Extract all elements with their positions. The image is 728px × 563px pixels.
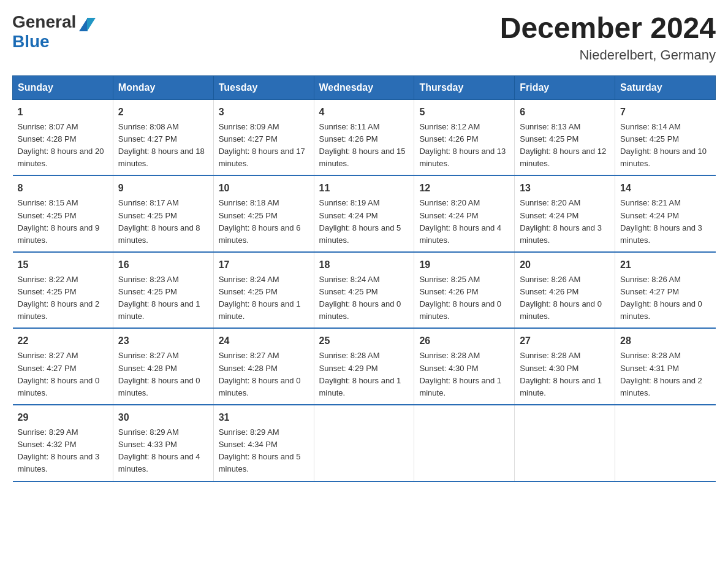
day-number: 30: [118, 410, 208, 425]
calendar-cell: 30 Sunrise: 8:29 AMSunset: 4:33 PMDaylig…: [113, 405, 213, 481]
day-number: 24: [219, 334, 309, 348]
calendar-cell: [515, 405, 615, 481]
calendar-cell: 4 Sunrise: 8:11 AMSunset: 4:26 PMDayligh…: [314, 99, 414, 175]
calendar-week-row: 15 Sunrise: 8:22 AMSunset: 4:25 PMDaylig…: [13, 252, 716, 329]
calendar-cell: 24 Sunrise: 8:27 AMSunset: 4:28 PMDaylig…: [213, 328, 314, 405]
page-title: December 2024: [500, 12, 716, 45]
calendar-header: SundayMondayTuesdayWednesdayThursdayFrid…: [13, 75, 716, 99]
calendar-week-row: 8 Sunrise: 8:15 AMSunset: 4:25 PMDayligh…: [13, 175, 716, 252]
weekday-header: Saturday: [615, 75, 716, 99]
day-info: Sunrise: 8:20 AMSunset: 4:24 PMDaylight:…: [520, 198, 602, 244]
weekday-header: Wednesday: [314, 75, 414, 99]
calendar-cell: 29 Sunrise: 8:29 AMSunset: 4:32 PMDaylig…: [13, 405, 113, 481]
calendar-week-row: 22 Sunrise: 8:27 AMSunset: 4:27 PMDaylig…: [13, 328, 716, 405]
day-number: 10: [219, 181, 309, 196]
calendar-cell: 5 Sunrise: 8:12 AMSunset: 4:26 PMDayligh…: [414, 99, 515, 175]
day-info: Sunrise: 8:23 AMSunset: 4:25 PMDaylight:…: [118, 275, 200, 321]
day-number: 26: [419, 334, 509, 348]
calendar-cell: 2 Sunrise: 8:08 AMSunset: 4:27 PMDayligh…: [113, 99, 213, 175]
weekday-header: Thursday: [414, 75, 515, 99]
calendar-cell: 9 Sunrise: 8:17 AMSunset: 4:25 PMDayligh…: [113, 175, 213, 252]
logo-triangle-right: [79, 18, 88, 31]
calendar-cell: 6 Sunrise: 8:13 AMSunset: 4:25 PMDayligh…: [515, 99, 615, 175]
calendar-cell: 3 Sunrise: 8:09 AMSunset: 4:27 PMDayligh…: [213, 99, 314, 175]
day-info: Sunrise: 8:27 AMSunset: 4:27 PMDaylight:…: [18, 351, 100, 397]
calendar-cell: 8 Sunrise: 8:15 AMSunset: 4:25 PMDayligh…: [13, 175, 113, 252]
day-info: Sunrise: 8:28 AMSunset: 4:30 PMDaylight:…: [419, 351, 501, 397]
calendar-cell: 14 Sunrise: 8:21 AMSunset: 4:24 PMDaylig…: [615, 175, 716, 252]
day-info: Sunrise: 8:22 AMSunset: 4:25 PMDaylight:…: [18, 275, 100, 321]
day-info: Sunrise: 8:28 AMSunset: 4:30 PMDaylight:…: [520, 351, 602, 397]
day-number: 13: [520, 181, 610, 196]
calendar-cell: [314, 405, 414, 481]
day-number: 7: [620, 105, 710, 120]
calendar-cell: 12 Sunrise: 8:20 AMSunset: 4:24 PMDaylig…: [414, 175, 515, 252]
logo-blue-text: Blue: [12, 32, 96, 52]
day-info: Sunrise: 8:11 AMSunset: 4:26 PMDaylight:…: [319, 122, 406, 168]
day-number: 1: [18, 105, 108, 120]
day-info: Sunrise: 8:07 AMSunset: 4:28 PMDaylight:…: [18, 122, 104, 168]
day-number: 5: [419, 105, 509, 120]
day-info: Sunrise: 8:26 AMSunset: 4:27 PMDaylight:…: [620, 275, 702, 321]
day-number: 17: [219, 258, 309, 272]
day-number: 12: [419, 181, 509, 196]
calendar-cell: 28 Sunrise: 8:28 AMSunset: 4:31 PMDaylig…: [615, 328, 716, 405]
day-info: Sunrise: 8:13 AMSunset: 4:25 PMDaylight:…: [520, 122, 606, 168]
calendar-cell: 15 Sunrise: 8:22 AMSunset: 4:25 PMDaylig…: [13, 252, 113, 329]
calendar-cell: 18 Sunrise: 8:24 AMSunset: 4:25 PMDaylig…: [314, 252, 414, 329]
logo-general-text: General: [12, 12, 76, 32]
day-info: Sunrise: 8:24 AMSunset: 4:25 PMDaylight:…: [319, 275, 401, 321]
day-info: Sunrise: 8:29 AMSunset: 4:32 PMDaylight:…: [18, 427, 100, 473]
logo-triangles: [78, 15, 96, 29]
calendar-cell: 20 Sunrise: 8:26 AMSunset: 4:26 PMDaylig…: [515, 252, 615, 329]
calendar-cell: 10 Sunrise: 8:18 AMSunset: 4:25 PMDaylig…: [213, 175, 314, 252]
calendar-cell: 22 Sunrise: 8:27 AMSunset: 4:27 PMDaylig…: [13, 328, 113, 405]
day-info: Sunrise: 8:17 AMSunset: 4:25 PMDaylight:…: [118, 198, 200, 244]
day-info: Sunrise: 8:19 AMSunset: 4:24 PMDaylight:…: [319, 198, 401, 244]
calendar-cell: 23 Sunrise: 8:27 AMSunset: 4:28 PMDaylig…: [113, 328, 213, 405]
day-number: 31: [219, 410, 309, 425]
day-number: 18: [319, 258, 409, 272]
day-info: Sunrise: 8:28 AMSunset: 4:29 PMDaylight:…: [319, 351, 401, 397]
calendar-cell: 7 Sunrise: 8:14 AMSunset: 4:25 PMDayligh…: [615, 99, 716, 175]
location-subtitle: Niederelbert, Germany: [500, 47, 716, 63]
calendar-cell: 1 Sunrise: 8:07 AMSunset: 4:28 PMDayligh…: [13, 99, 113, 175]
day-number: 15: [18, 258, 108, 272]
day-info: Sunrise: 8:21 AMSunset: 4:24 PMDaylight:…: [620, 198, 702, 244]
day-info: Sunrise: 8:27 AMSunset: 4:28 PMDaylight:…: [118, 351, 200, 397]
calendar-cell: 16 Sunrise: 8:23 AMSunset: 4:25 PMDaylig…: [113, 252, 213, 329]
day-info: Sunrise: 8:29 AMSunset: 4:34 PMDaylight:…: [219, 427, 301, 473]
day-info: Sunrise: 8:14 AMSunset: 4:25 PMDaylight:…: [620, 122, 707, 168]
day-info: Sunrise: 8:28 AMSunset: 4:31 PMDaylight:…: [620, 351, 702, 397]
calendar-table: SundayMondayTuesdayWednesdayThursdayFrid…: [12, 75, 716, 482]
day-info: Sunrise: 8:12 AMSunset: 4:26 PMDaylight:…: [419, 122, 506, 168]
day-number: 28: [620, 334, 710, 348]
day-info: Sunrise: 8:25 AMSunset: 4:26 PMDaylight:…: [419, 275, 501, 321]
day-number: 25: [319, 334, 409, 348]
day-number: 21: [620, 258, 710, 272]
calendar-body: 1 Sunrise: 8:07 AMSunset: 4:28 PMDayligh…: [13, 99, 716, 481]
day-number: 22: [18, 334, 108, 348]
calendar-cell: 21 Sunrise: 8:26 AMSunset: 4:27 PMDaylig…: [615, 252, 716, 329]
day-number: 16: [118, 258, 208, 272]
calendar-cell: 11 Sunrise: 8:19 AMSunset: 4:24 PMDaylig…: [314, 175, 414, 252]
day-number: 4: [319, 105, 409, 120]
day-info: Sunrise: 8:08 AMSunset: 4:27 PMDaylight:…: [118, 122, 205, 168]
day-number: 11: [319, 181, 409, 196]
day-number: 2: [118, 105, 208, 120]
day-info: Sunrise: 8:20 AMSunset: 4:24 PMDaylight:…: [419, 198, 501, 244]
page-header: General Blue December 2024 Niederelbert,…: [12, 12, 716, 63]
weekday-header: Friday: [515, 75, 615, 99]
calendar-cell: 27 Sunrise: 8:28 AMSunset: 4:30 PMDaylig…: [515, 328, 615, 405]
weekday-header: Sunday: [13, 75, 113, 99]
day-number: 3: [219, 105, 309, 120]
day-info: Sunrise: 8:27 AMSunset: 4:28 PMDaylight:…: [219, 351, 301, 397]
weekday-header-row: SundayMondayTuesdayWednesdayThursdayFrid…: [13, 75, 716, 99]
day-number: 6: [520, 105, 610, 120]
title-section: December 2024 Niederelbert, Germany: [500, 12, 716, 63]
weekday-header: Tuesday: [213, 75, 314, 99]
calendar-cell: [414, 405, 515, 481]
logo: General Blue: [12, 12, 96, 52]
day-info: Sunrise: 8:26 AMSunset: 4:26 PMDaylight:…: [520, 275, 602, 321]
day-info: Sunrise: 8:18 AMSunset: 4:25 PMDaylight:…: [219, 198, 301, 244]
